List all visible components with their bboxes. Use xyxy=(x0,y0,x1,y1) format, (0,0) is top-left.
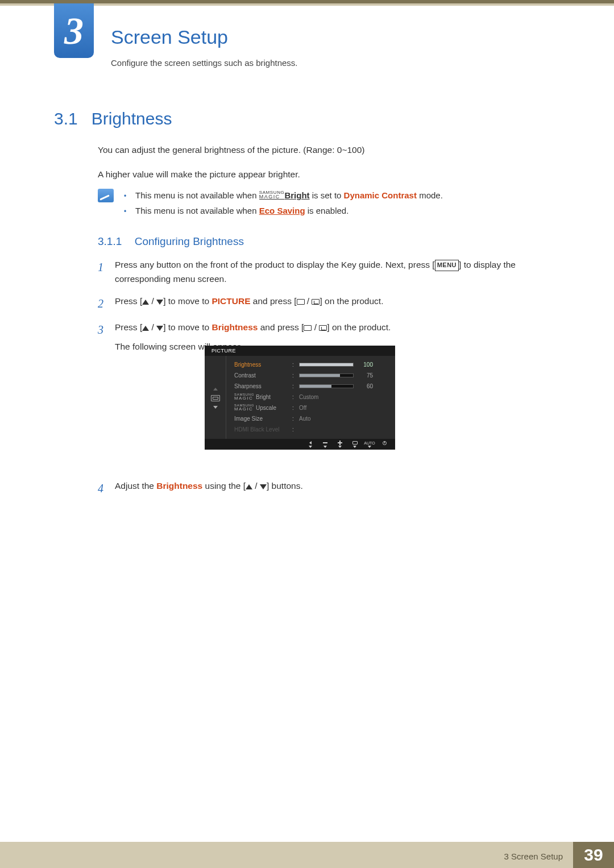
note-list: This menu is not available when SAMSUNGM… xyxy=(124,188,443,218)
page-footer: 3 Screen Setup 39 xyxy=(0,842,614,868)
menu-key-icon: MENU xyxy=(435,260,459,271)
triangle-up-icon xyxy=(142,300,149,305)
section-heading: 3.1 Brightness xyxy=(54,109,172,128)
osd-power-btn xyxy=(381,441,387,448)
osd-value: 75 xyxy=(356,372,373,379)
subsection-number: 3.1.1 xyxy=(98,235,122,247)
osd-row-label: Contrast xyxy=(234,372,290,379)
osd-bar xyxy=(299,373,354,377)
osd-row: SAMSUNGMAGIC Upscale:Off xyxy=(234,402,389,413)
osd-row-label: HDMI Black Level xyxy=(234,426,290,433)
step-num: 3 xyxy=(98,321,107,355)
osd-row-label: SAMSUNGMAGIC Upscale xyxy=(234,404,290,411)
section-title: Brightness xyxy=(92,109,172,128)
samsung-magic-label: SAMSUNGMAGIC xyxy=(259,190,285,200)
chapter-intro: Configure the screen settings such as br… xyxy=(111,58,298,68)
body-p1: You can adjust the general brightness of… xyxy=(98,143,547,157)
step-num: 2 xyxy=(98,294,107,313)
osd-value: Custom xyxy=(299,394,318,400)
osd-scroll-up-icon xyxy=(213,388,218,391)
enter-icon xyxy=(312,299,320,305)
step-text: Press any button on the front of the pro… xyxy=(115,258,547,286)
osd-row: Image Size:Auto xyxy=(234,413,389,424)
osd-value: Auto xyxy=(299,416,311,422)
source-icon xyxy=(297,299,305,305)
osd-row-label: SAMSUNGMAGIC Bright xyxy=(234,393,290,400)
osd-row: Brightness:100 xyxy=(234,359,389,370)
osd-bar xyxy=(299,363,354,367)
triangle-down-icon xyxy=(260,484,267,489)
footer-chapter-label: 3 Screen Setup xyxy=(0,842,573,868)
osd-row: SAMSUNGMAGIC Bright:Custom xyxy=(234,392,389,402)
osd-row: HDMI Black Level: xyxy=(234,424,389,435)
note-icon xyxy=(98,189,114,202)
body-p2: A higher value will make the picture app… xyxy=(98,168,547,182)
osd-auto-btn: AUTO xyxy=(367,441,372,448)
osd-bar xyxy=(299,384,354,388)
chapter-title: Screen Setup xyxy=(111,26,228,48)
step-text: Press [ / ] to move to PICTURE and press… xyxy=(115,294,547,313)
step-num: 4 xyxy=(98,479,107,497)
osd-rows: Brightness:100Contrast:75Sharpness:60SAM… xyxy=(226,356,395,440)
triangle-down-icon xyxy=(156,326,163,331)
osd-row-label: Brightness xyxy=(234,362,290,368)
osd-plus-btn xyxy=(337,441,343,448)
osd-scroll-down-icon xyxy=(213,406,218,409)
osd-value: Off xyxy=(299,405,306,411)
step-1: 1 Press any button on the front of the p… xyxy=(98,258,547,286)
note-block: This menu is not available when SAMSUNGM… xyxy=(98,188,547,218)
osd-minus-btn xyxy=(322,441,328,448)
osd-panel: PICTURE Brightness:100Contrast:75Sharpne… xyxy=(205,346,395,450)
osd-back-btn xyxy=(308,441,313,448)
step-4: 4 Adjust the Brightness using the [ / ] … xyxy=(98,479,547,497)
page-number: 39 xyxy=(573,842,614,868)
osd-left-icons xyxy=(205,356,226,440)
osd-row: Contrast:75 xyxy=(234,370,389,381)
chapter-number: 3 xyxy=(64,11,84,50)
osd-body: Brightness:100Contrast:75Sharpness:60SAM… xyxy=(205,356,395,440)
osd-picture-icon xyxy=(211,395,220,401)
note-item-2: This menu is not available when Eco Savi… xyxy=(124,203,443,218)
osd-title: PICTURE xyxy=(205,346,395,356)
section-number: 3.1 xyxy=(54,109,78,128)
step-num: 1 xyxy=(98,258,107,286)
osd-enter-btn xyxy=(352,441,358,448)
osd-row: Sharpness:60 xyxy=(234,381,389,392)
triangle-down-icon xyxy=(156,300,163,305)
triangle-up-icon xyxy=(142,326,149,331)
source-icon xyxy=(304,325,312,331)
note-item-1: This menu is not available when SAMSUNGM… xyxy=(124,188,443,203)
osd-row-label: Sharpness xyxy=(234,383,290,389)
osd-value: 60 xyxy=(356,383,373,389)
subsection-heading: 3.1.1 Configuring Brightness xyxy=(98,235,244,248)
osd-row-label: Image Size xyxy=(234,416,290,422)
triangle-up-icon xyxy=(246,484,252,489)
osd-footer: AUTO xyxy=(205,439,395,450)
chapter-badge: 3 xyxy=(54,3,94,58)
osd-value: 100 xyxy=(356,362,373,368)
section-body: You can adjust the general brightness of… xyxy=(98,143,547,192)
step-2: 2 Press [ / ] to move to PICTURE and pre… xyxy=(98,294,547,313)
step-text: Adjust the Brightness using the [ / ] bu… xyxy=(115,479,547,497)
enter-icon xyxy=(319,325,327,331)
subsection-title: Configuring Brightness xyxy=(135,235,244,247)
